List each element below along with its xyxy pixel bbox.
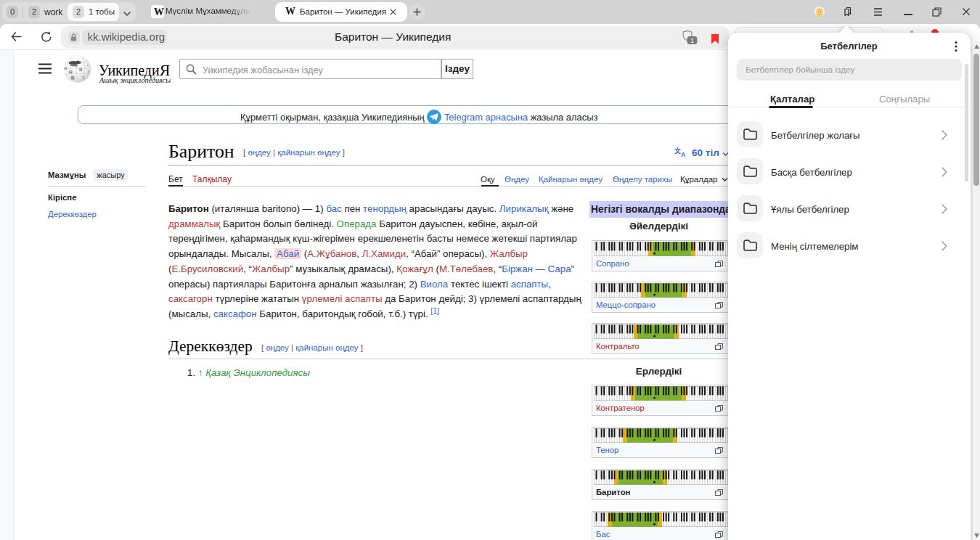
svg-text:1: 1 <box>690 36 694 44</box>
svg-text:袋: 袋 <box>71 75 75 80</box>
svg-text:ς: ς <box>75 62 77 66</box>
svg-text:A: A <box>681 151 686 158</box>
svg-text:文: 文 <box>674 147 681 155</box>
svg-text:И: И <box>79 68 83 72</box>
svg-text:Ω: Ω <box>69 69 73 75</box>
svg-text:ع: ع <box>88 70 90 73</box>
svg-text:フ: フ <box>81 75 86 80</box>
